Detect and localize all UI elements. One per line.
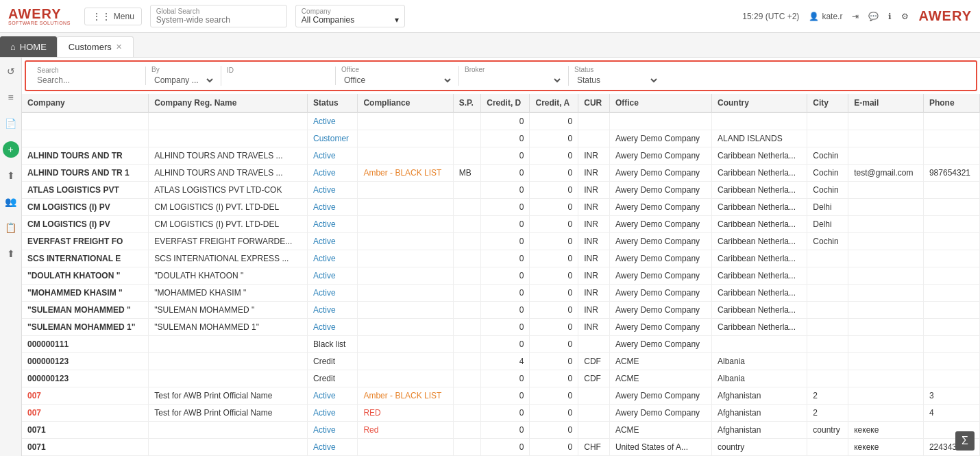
by-select[interactable]: Company ... bbox=[151, 75, 215, 86]
by-filter-group: By Company ... bbox=[146, 66, 221, 86]
global-search-input[interactable] bbox=[156, 15, 281, 25]
table-row[interactable]: "MOHAMMED KHASIM " "MOHAMMED KHASIM " Ac… bbox=[22, 285, 980, 302]
cell-office bbox=[609, 112, 711, 130]
info-icon[interactable]: ℹ bbox=[888, 12, 892, 21]
table-row[interactable]: ATLAS LOGISTICS PVT ATLAS LOGISTICS PVT … bbox=[22, 182, 980, 199]
company-select[interactable]: Company All Companies ▾ bbox=[295, 5, 405, 27]
broker-select[interactable] bbox=[465, 75, 563, 86]
cell-company[interactable]: 000000123 bbox=[22, 370, 149, 387]
sidebar-export-icon[interactable]: ⬆ bbox=[3, 245, 19, 262]
office-select[interactable]: Office bbox=[341, 75, 453, 86]
table-row[interactable]: 000000111 Black list 0 0 Awery Demo Comp… bbox=[22, 336, 980, 353]
search-input[interactable] bbox=[37, 75, 140, 85]
sidebar-upload-icon[interactable]: ⬆ bbox=[3, 167, 19, 184]
sidebar-document-icon[interactable]: 📄 bbox=[3, 115, 19, 132]
cell-company[interactable]: "MOHAMMED KHASIM " bbox=[22, 285, 149, 302]
cell-compliance bbox=[358, 147, 453, 165]
cell-office: Awery Demo Company bbox=[609, 233, 711, 250]
id-input[interactable] bbox=[227, 75, 330, 85]
table-row[interactable]: 000000123 Credit 4 0 CDF ACME Albania bbox=[22, 353, 980, 370]
office-filter-group: Office Office bbox=[336, 66, 459, 86]
table-row[interactable]: ALHIND TOURS AND TR ALHIND TOURS AND TRA… bbox=[22, 147, 980, 165]
table-row[interactable]: 000000123 Credit 0 0 CDF ACME Albania bbox=[22, 370, 980, 387]
cell-company[interactable]: 007 bbox=[22, 387, 149, 405]
cell-credit-d: 0 bbox=[481, 405, 530, 422]
status-select[interactable]: Status bbox=[574, 75, 659, 86]
cell-phone bbox=[923, 370, 979, 387]
cell-city bbox=[807, 285, 848, 302]
cell-country: ALAND ISLANDS bbox=[711, 130, 807, 147]
cell-company[interactable]: EVERFAST FREIGHT FO bbox=[22, 233, 149, 250]
settings-icon[interactable]: ⚙ bbox=[901, 12, 909, 21]
table-row[interactable]: 0071 Active Red 0 0 ACME Afghanistan cou… bbox=[22, 422, 980, 439]
menu-button[interactable]: ⋮⋮ Menu bbox=[84, 8, 142, 25]
table-row[interactable]: 0071 Active 0 0 CHF United States of A..… bbox=[22, 439, 980, 456]
cell-company[interactable]: 007 bbox=[22, 405, 149, 422]
cell-company[interactable]: ATLAS LOGISTICS PVT bbox=[22, 182, 149, 199]
logout-icon[interactable]: ⇥ bbox=[852, 12, 859, 21]
cell-company[interactable]: "SULEMAN MOHAMMED 1" bbox=[22, 319, 149, 336]
cell-credit-d: 0 bbox=[481, 147, 530, 165]
cell-credit-a: 0 bbox=[530, 250, 578, 267]
cell-company[interactable]: 000000111 bbox=[22, 336, 149, 353]
cell-company[interactable] bbox=[22, 130, 149, 147]
sidebar-notes-icon[interactable]: 📋 bbox=[3, 219, 19, 236]
table-row[interactable]: 007 Test for AWB Print Official Name Act… bbox=[22, 405, 980, 422]
sidebar-refresh-icon[interactable]: ↺ bbox=[3, 63, 19, 80]
cell-company[interactable]: CM LOGISTICS (I) PV bbox=[22, 216, 149, 233]
sidebar-add-icon[interactable]: + bbox=[3, 141, 19, 158]
table-row[interactable]: CM LOGISTICS (I) PV CM LOGISTICS (I) PVT… bbox=[22, 216, 980, 233]
cell-company[interactable]: 0071 bbox=[22, 439, 149, 456]
sigma-button[interactable]: Σ bbox=[955, 431, 975, 451]
table-row[interactable]: Active 0 0 bbox=[22, 112, 980, 130]
table-row[interactable]: ALHIND TOURS AND TR 1 ALHIND TOURS AND T… bbox=[22, 165, 980, 182]
table-row[interactable]: Customer 0 0 Awery Demo Company ALAND IS… bbox=[22, 130, 980, 147]
cell-status: Active bbox=[308, 387, 358, 405]
cell-city bbox=[807, 370, 848, 387]
cell-company[interactable]: CM LOGISTICS (I) PV bbox=[22, 199, 149, 216]
cell-sp bbox=[453, 112, 481, 130]
cell-country: Caribbean Netherla... bbox=[711, 250, 807, 267]
cell-company[interactable]: ALHIND TOURS AND TR 1 bbox=[22, 165, 149, 182]
cell-company[interactable]: 000000123 bbox=[22, 353, 149, 370]
close-icon[interactable]: ✕ bbox=[116, 43, 122, 51]
cell-email bbox=[848, 130, 924, 147]
cell-credit-d: 0 bbox=[481, 387, 530, 405]
table-row[interactable]: 007 Test for AWB Print Official Name Act… bbox=[22, 387, 980, 405]
cell-country: Caribbean Netherla... bbox=[711, 147, 807, 165]
cell-company[interactable]: ALHIND TOURS AND TR bbox=[22, 147, 149, 165]
cell-cur: INR bbox=[578, 233, 610, 250]
cell-company[interactable]: SCS INTERNATIONAL E bbox=[22, 250, 149, 267]
cell-cur bbox=[578, 112, 610, 130]
company-select-value: All Companies bbox=[302, 15, 354, 25]
cell-office: Awery Demo Company bbox=[609, 199, 711, 216]
sidebar-filter-icon[interactable]: ≡ bbox=[3, 89, 19, 106]
cell-reg-name bbox=[149, 370, 308, 387]
cell-credit-d: 0 bbox=[481, 199, 530, 216]
table-row[interactable]: SCS INTERNATIONAL E SCS INTERNATIONAL EX… bbox=[22, 250, 980, 267]
table-row[interactable]: "SULEMAN MOHAMMED " "SULEMAN MOHAMMED " … bbox=[22, 302, 980, 319]
tab-home[interactable]: ⌂ HOME bbox=[0, 36, 57, 57]
cell-compliance bbox=[358, 199, 453, 216]
cell-cur bbox=[578, 336, 610, 353]
table-row[interactable]: "DOULATH KHATOON " "DOULATH KHATOON " Ac… bbox=[22, 267, 980, 285]
cell-compliance bbox=[358, 267, 453, 285]
cell-compliance bbox=[358, 439, 453, 456]
cell-credit-a: 0 bbox=[530, 336, 578, 353]
table-row[interactable]: "SULEMAN MOHAMMED 1" "SULEMAN MOHAMMED 1… bbox=[22, 319, 980, 336]
cell-company[interactable]: "DOULATH KHATOON " bbox=[22, 267, 149, 285]
table-row[interactable]: EVERFAST FREIGHT FO EVERFAST FREIGHT FOR… bbox=[22, 233, 980, 250]
filter-bar: Search By Company ... ID Office Office bbox=[25, 60, 977, 91]
col-company: Company bbox=[22, 94, 149, 112]
table-row[interactable]: CM LOGISTICS (I) PV CM LOGISTICS (I) PVT… bbox=[22, 199, 980, 216]
tab-customers[interactable]: Customers ✕ bbox=[57, 36, 134, 57]
cell-sp bbox=[453, 233, 481, 250]
cell-company[interactable] bbox=[22, 112, 149, 130]
chat-icon[interactable]: 💬 bbox=[868, 12, 879, 21]
sidebar-users-icon[interactable]: 👥 bbox=[3, 193, 19, 210]
cell-company[interactable]: 0071 bbox=[22, 422, 149, 439]
cell-company[interactable]: "SULEMAN MOHAMMED " bbox=[22, 302, 149, 319]
cell-sp bbox=[453, 216, 481, 233]
cell-phone bbox=[923, 130, 979, 147]
cell-reg-name: Test for AWB Print Official Name bbox=[149, 405, 308, 422]
